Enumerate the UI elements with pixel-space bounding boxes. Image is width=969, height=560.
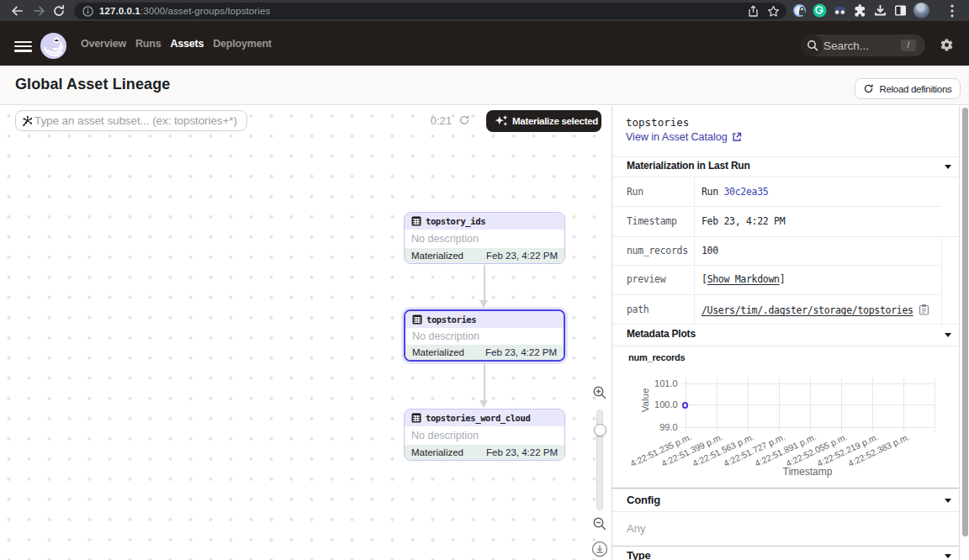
share-icon-svg <box>747 5 760 18</box>
show-markdown-link[interactable]: Show Markdown <box>707 273 780 285</box>
asset-details-panel: topstories View in Asset Catalog Materia… <box>612 106 969 560</box>
download-icon[interactable] <box>873 3 887 18</box>
reload-definitions-button[interactable]: Reload definitions <box>855 78 961 99</box>
config-value: Any <box>627 522 645 535</box>
collapse-caret-icon[interactable] <box>945 499 951 503</box>
forward-icon[interactable] <box>33 4 46 18</box>
section-metadata-plots[interactable]: Metadata Plots <box>612 325 959 346</box>
search-shortcut-key: / <box>901 40 916 51</box>
table-icon-svg <box>411 216 421 226</box>
collapse-caret-icon[interactable] <box>945 165 951 169</box>
dagster-logo[interactable] <box>40 32 67 60</box>
reload-icon[interactable] <box>52 4 66 18</box>
asset-node-header: topstories <box>405 311 564 328</box>
hamburger-menu-icon-part <box>14 45 32 48</box>
table-icon <box>412 314 422 325</box>
zoom-in-icon[interactable] <box>592 385 607 400</box>
page-header: Global Asset Lineage Reload definitions <box>0 66 969 105</box>
chart-xlabel: Timestamp <box>783 466 833 478</box>
asset-node-timestamp: Feb 23, 4:22 PM <box>486 251 558 261</box>
reload-definitions-label: Reload definitions <box>879 84 951 94</box>
metadata-row-path: path/Users/tim/.dagster/storage/topstori… <box>612 294 960 324</box>
browser-menu-icon[interactable] <box>950 4 954 18</box>
back-icon[interactable] <box>10 4 24 18</box>
metadata-row-preview: preview[Show Markdown] <box>612 265 960 294</box>
section-metadata-plots-label: Metadata Plots <box>627 328 696 340</box>
extensions-puzzle-icon[interactable] <box>853 3 867 18</box>
password-manager-icon[interactable] <box>792 3 807 18</box>
table-icon-svg <box>411 413 421 423</box>
chart-gridline-h <box>681 427 935 428</box>
op-selector-icon <box>21 115 34 128</box>
asset-node-name: topstories_word_cloud <box>426 413 530 423</box>
asset-node-footer: MaterializedFeb 23, 4:22 PM <box>405 345 564 361</box>
url-bar[interactable]: 127.0.0.1:3000/asset-groups/topstories <box>74 3 786 19</box>
op-selector-icon-svg <box>21 115 34 128</box>
back-icon-svg <box>10 4 24 18</box>
asset-node-timestamp: Feb 23, 4:22 PM <box>485 347 557 357</box>
metadata-row-num_records: num_records100 <box>612 236 960 266</box>
materialize-selected-button[interactable]: Materialize selected <box>486 110 601 132</box>
edge-topstory_ids-topstories <box>484 265 485 300</box>
asset-filter-placeholder: Type an asset subset... (ex: topstories+… <box>34 114 237 127</box>
chart-ytick-label: 100.0 <box>648 399 678 409</box>
graph-refresh-icon[interactable] <box>458 114 470 126</box>
view-in-asset-catalog-link[interactable]: View in Asset Catalog <box>626 131 742 143</box>
recenter-icon[interactable] <box>591 541 608 557</box>
asset-node-topstories[interactable]: topstoriesNo descriptionMaterializedFeb … <box>404 309 565 362</box>
side-panel-icon[interactable] <box>893 3 908 18</box>
asset-node-topstories_word_cloud[interactable]: topstories_word_cloudNo descriptionMater… <box>404 409 565 461</box>
collapse-caret-icon[interactable] <box>945 333 951 337</box>
chart-ylabel: Value <box>640 388 650 413</box>
search-icon <box>807 40 818 51</box>
nav-item-runs[interactable]: Runs <box>135 38 161 50</box>
forward-icon-svg <box>33 4 46 18</box>
zoom-out-icon[interactable] <box>592 516 607 531</box>
password-manager-icon-svg <box>792 3 807 18</box>
collapse-caret-icon[interactable] <box>945 554 951 558</box>
panel-scrollbar[interactable] <box>962 108 968 536</box>
profile-avatar[interactable] <box>913 3 929 18</box>
metadata-value: 100 <box>702 245 718 256</box>
external-link-icon <box>732 132 742 142</box>
metadata-row-Run: RunRun 30c2ea35 <box>612 177 960 206</box>
view-in-asset-catalog-label: View in Asset Catalog <box>626 131 728 143</box>
browser-menu-icon-svg <box>950 4 954 18</box>
grammarly-icon[interactable] <box>813 3 827 18</box>
chart-ytick-label: 99.0 <box>648 422 678 432</box>
nav-item-assets[interactable]: Assets <box>170 38 204 50</box>
chart-data-point[interactable] <box>682 402 689 409</box>
asset-filter-input[interactable]: Type an asset subset... (ex: topstories+… <box>15 110 247 131</box>
asset-node-description: No description <box>405 426 564 445</box>
nav-item-overview[interactable]: Overview <box>81 38 126 50</box>
asset-graph-canvas[interactable]: Type an asset subset... (ex: topstories+… <box>0 106 612 560</box>
bookmark-star-icon[interactable] <box>767 5 780 18</box>
share-icon[interactable] <box>747 5 760 18</box>
run-id-link[interactable]: 30c2ea35 <box>724 186 769 198</box>
zoom-slider-handle[interactable] <box>594 424 606 436</box>
dagster-logo-svg <box>40 32 67 60</box>
copy-path-icon[interactable] <box>919 304 929 316</box>
section-type[interactable]: Type <box>612 547 959 560</box>
asset-node-description: No description <box>405 230 564 248</box>
asset-node-name: topstory_ids <box>426 216 485 226</box>
asset-name-title: topstories <box>626 116 689 129</box>
path-link[interactable]: /Users/tim/.dagster/storage/topstories <box>702 304 913 316</box>
asset-node-topstory_ids[interactable]: topstory_idsNo descriptionMaterializedFe… <box>404 212 565 264</box>
recenter-icon-svg <box>591 541 608 557</box>
section-materialization[interactable]: Materialization in Last Run <box>612 156 959 176</box>
metadata-value: [Show Markdown] <box>702 273 785 285</box>
reader-glasses-icon[interactable] <box>833 3 847 18</box>
scrollbar-track-edge <box>959 106 960 560</box>
settings-gear-icon-svg <box>940 38 954 52</box>
materialize-selected-label: Materialize selected <box>512 116 598 126</box>
site-info-icon[interactable] <box>82 6 93 17</box>
hamburger-menu-icon[interactable] <box>14 41 32 52</box>
section-type-label: Type <box>627 549 651 560</box>
asset-node-status: Materialized <box>412 347 464 357</box>
plot-title: num_records <box>628 352 686 362</box>
nav-item-deployment[interactable]: Deployment <box>213 38 272 50</box>
settings-gear-icon[interactable] <box>940 38 954 52</box>
section-config[interactable]: Config <box>612 489 959 510</box>
global-search[interactable]: Search... / <box>801 34 925 56</box>
